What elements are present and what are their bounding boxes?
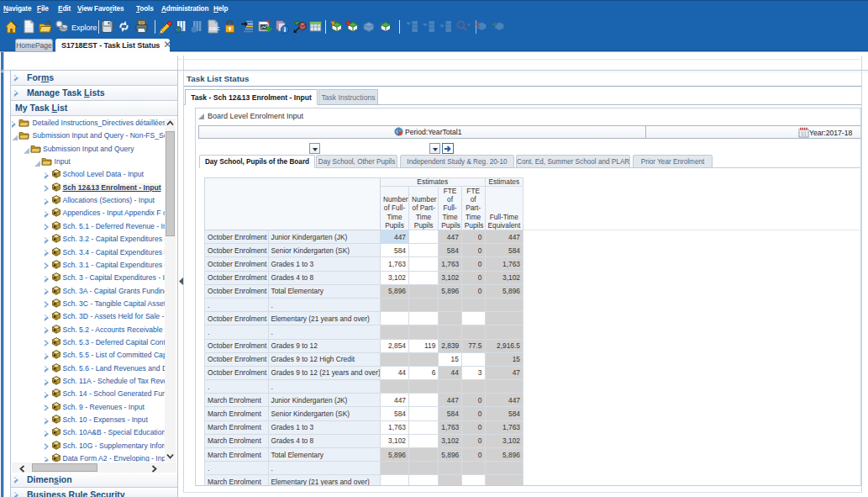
svg-text:ABC: ABC (209, 26, 221, 31)
